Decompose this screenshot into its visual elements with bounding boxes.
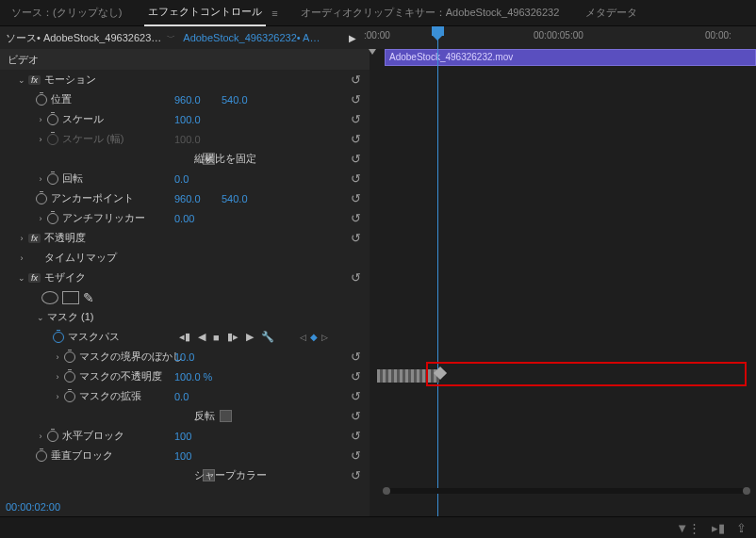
value[interactable]: 100.0 % (174, 371, 212, 383)
tab-source[interactable]: ソース：(クリップなし) (8, 0, 125, 25)
zoom-scrollbar[interactable] (385, 488, 748, 494)
reset-icon[interactable] (351, 191, 364, 204)
prop-mask-opacity[interactable]: › マスクの不透明度 100.0 % (0, 367, 377, 386)
stopwatch-icon[interactable] (53, 332, 64, 343)
play-toggle-icon[interactable]: ▶ (349, 33, 356, 43)
chevron-right-icon[interactable]: › (53, 372, 62, 382)
prev-keyframe-icon[interactable]: ◁ (300, 333, 306, 342)
current-timecode[interactable]: 00:00:02:00 (6, 501, 60, 513)
time-ruler[interactable]: :00:00 00:00:05:00 00:00: (364, 26, 747, 49)
reset-icon[interactable] (351, 270, 364, 284)
stopwatch-icon[interactable] (64, 351, 75, 363)
clip-bar[interactable]: AdobeStock_496326232.mov (385, 49, 756, 66)
reset-icon[interactable] (351, 73, 364, 86)
panel-menu-icon[interactable]: ≡ (271, 8, 277, 19)
chevron-down-icon[interactable]: ⌄ (17, 273, 26, 283)
filter-icon[interactable]: ▼⋮ (676, 521, 700, 535)
prop-vertical-blocks[interactable]: 垂直ブロック 100 (0, 446, 377, 465)
mask-rect-button[interactable] (62, 291, 79, 304)
wrench-icon[interactable]: 🔧 (261, 331, 274, 343)
tab-audio-mixer[interactable]: オーディオクリップミキサー：AdobeStock_496326232 (297, 0, 564, 25)
reset-icon[interactable] (351, 429, 364, 442)
chevron-down-icon[interactable]: ⌄ (17, 75, 26, 85)
value[interactable]: 100.0 (174, 114, 201, 125)
reset-icon[interactable] (351, 152, 364, 165)
value[interactable]: 0.0 (174, 173, 189, 185)
chevron-right-icon[interactable]: › (36, 174, 45, 184)
value[interactable]: 0.0 (174, 391, 189, 402)
chevron-right-icon[interactable]: › (53, 352, 62, 362)
track-back-one-icon[interactable]: ◂▮ (179, 331, 190, 343)
mask-pen-button[interactable]: ✎ (83, 290, 94, 305)
checkbox-invert[interactable] (220, 410, 232, 422)
tab-metadata[interactable]: メタデータ (582, 0, 641, 25)
reset-icon[interactable] (351, 468, 364, 481)
stopwatch-icon[interactable] (47, 114, 58, 125)
sequence-label[interactable]: AdobeStock_496326232• A… (183, 32, 320, 43)
effect-mosaic[interactable]: ⌄ fx モザイク (0, 268, 377, 287)
prop-mask-feather[interactable]: › マスクの境界のぼかし 10.0 (0, 347, 377, 367)
prop-rotation[interactable]: › 回転 0.0 (0, 169, 377, 188)
track-stop-icon[interactable]: ■ (213, 332, 220, 343)
reset-icon[interactable] (351, 211, 364, 224)
prop-uniform-scale[interactable]: 縦横比を固定 (0, 149, 377, 169)
reset-icon[interactable] (351, 389, 364, 402)
prop-antiflicker[interactable]: › アンチフリッカー 0.00 (0, 208, 377, 228)
mask-ellipse-button[interactable] (41, 291, 58, 304)
reset-icon[interactable] (351, 448, 364, 462)
reset-icon[interactable] (351, 350, 364, 363)
reset-icon[interactable] (351, 112, 364, 125)
chevron-right-icon[interactable]: › (36, 115, 45, 124)
value[interactable]: 0.00 (174, 213, 194, 224)
next-keyframe-icon[interactable]: ▷ (321, 333, 328, 342)
reset-icon[interactable] (351, 92, 364, 106)
chevron-right-icon[interactable]: › (36, 432, 45, 441)
fx-badge[interactable]: fx (28, 273, 41, 283)
prop-mask-path[interactable]: マスクパス ◂▮ ◀ ■ ▮▸ ▶ 🔧 ◁ ◆ ▷ (0, 327, 377, 347)
value-x[interactable]: 960.0 (174, 193, 201, 204)
reset-icon[interactable] (351, 231, 364, 244)
source-label[interactable]: ソース• AdobeStock_49632623… (6, 31, 161, 45)
track-forward-one-icon[interactable]: ▶ (246, 331, 254, 343)
reset-icon[interactable] (351, 132, 364, 145)
tab-effect-controls[interactable]: エフェクトコントロール (144, 0, 266, 26)
stopwatch-icon[interactable] (36, 193, 47, 204)
effect-motion[interactable]: ⌄ fx モーション (0, 70, 377, 90)
chevron-right-icon[interactable]: › (17, 253, 26, 263)
add-keyframe-icon[interactable]: ◆ (310, 332, 318, 342)
value[interactable]: 100 (174, 431, 191, 442)
value-y[interactable]: 540.0 (222, 193, 248, 204)
prop-horizontal-blocks[interactable]: › 水平ブロック 100 (0, 426, 377, 446)
stopwatch-icon[interactable] (64, 371, 75, 383)
prop-position[interactable]: 位置 960.0 540.0 (0, 90, 377, 109)
timeline-panel[interactable]: AdobeStock_496326232.mov (377, 49, 756, 516)
effect-opacity[interactable]: › fx 不透明度 (0, 228, 377, 248)
prop-scale[interactable]: › スケール 100.0 (0, 109, 377, 129)
chevron-right-icon[interactable]: › (17, 234, 26, 243)
track-back-icon[interactable]: ◀ (198, 331, 205, 343)
value[interactable]: 100 (174, 450, 191, 462)
chevron-right-icon[interactable]: › (36, 214, 45, 223)
chevron-down-icon[interactable]: ⌄ (36, 313, 45, 322)
effect-timeremap[interactable]: › fx タイムリマップ (0, 248, 377, 268)
export-icon[interactable]: ⇪ (736, 521, 747, 535)
skip-icon[interactable]: ▸▮ (712, 521, 725, 535)
chevron-down-icon[interactable]: ﹀ (167, 32, 175, 44)
fx-badge[interactable]: fx (28, 234, 41, 243)
prop-mask-invert[interactable]: 反転 (0, 406, 377, 426)
stopwatch-icon[interactable] (47, 213, 58, 224)
track-forward-icon[interactable]: ▮▸ (227, 331, 238, 343)
stopwatch-icon[interactable] (47, 173, 58, 185)
stopwatch-icon[interactable] (47, 431, 58, 442)
prop-mask-expansion[interactable]: › マスクの拡張 0.0 (0, 386, 377, 406)
stopwatch-icon[interactable] (36, 94, 47, 106)
value[interactable]: 10.0 (174, 351, 194, 363)
prop-sharp-colors[interactable]: シャープカラー (0, 465, 377, 485)
chevron-right-icon[interactable]: › (53, 392, 62, 401)
mask-group[interactable]: ⌄ マスク (1) (0, 307, 377, 327)
prop-anchor-point[interactable]: アンカーポイント 960.0 540.0 (0, 188, 377, 208)
fx-badge[interactable]: fx (28, 75, 41, 85)
stopwatch-icon[interactable] (64, 391, 75, 402)
value-y[interactable]: 540.0 (222, 94, 248, 106)
stopwatch-icon[interactable] (36, 450, 47, 462)
